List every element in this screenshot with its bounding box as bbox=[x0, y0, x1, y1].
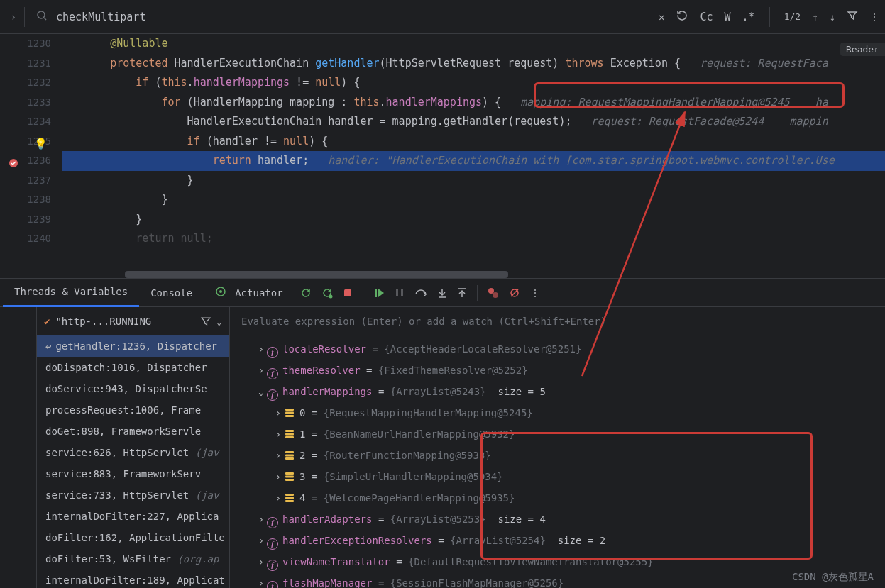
more-icon[interactable]: ⋮ bbox=[869, 11, 879, 23]
svg-rect-16 bbox=[285, 415, 294, 417]
step-out-icon[interactable] bbox=[457, 287, 467, 299]
code-editor[interactable]: Reader 1230 1231 1232 1233 1234 💡1235 12… bbox=[0, 34, 885, 278]
thread-selector[interactable]: "http-...RUNNING bbox=[55, 316, 194, 327]
rerun-icon[interactable] bbox=[300, 287, 312, 299]
chevron-right-icon[interactable]: › bbox=[255, 551, 267, 572]
stack-frame[interactable]: doGet:898, FrameworkServle bbox=[37, 421, 229, 442]
divider bbox=[769, 7, 770, 27]
chevron-down-icon[interactable]: ⌄ bbox=[255, 381, 267, 402]
variable-row[interactable]: ›1 = {BeanNameUrlHandlerMapping@5932} bbox=[230, 423, 885, 445]
field-icon: f bbox=[267, 538, 278, 550]
step-into-icon[interactable] bbox=[437, 287, 447, 299]
stack-frame[interactable]: internalDoFilter:189, Applicat bbox=[37, 570, 229, 588]
variable-row[interactable]: ⌄fhandlerMappings = {ArrayList@5243} siz… bbox=[230, 381, 885, 402]
variable-row[interactable]: ›fhandlerAdapters = {ArrayList@5253} siz… bbox=[230, 509, 885, 530]
variable-row[interactable]: ›0 = {RequestMappingHandlerMapping@5245} bbox=[230, 402, 885, 423]
find-bar: › ✕ Cc W .* 1/2 ↑ ↓ ⋮ bbox=[0, 0, 885, 34]
search-history-icon[interactable] bbox=[676, 9, 688, 24]
words-toggle[interactable]: W bbox=[725, 11, 731, 23]
filter-frames-icon[interactable] bbox=[201, 316, 211, 326]
frames-panel: ✔ "http-...RUNNING ⌄ ↩getHandler:1236, D… bbox=[37, 307, 230, 588]
variable-row[interactable]: ›4 = {WelcomePageHandlerMapping@5935} bbox=[230, 487, 885, 509]
chevron-right-icon[interactable]: › bbox=[273, 402, 284, 423]
field-icon: f bbox=[267, 368, 278, 379]
rerun-modified-icon[interactable] bbox=[321, 287, 333, 299]
tab-threads-variables[interactable]: Threads & Variables bbox=[3, 279, 139, 307]
code-area[interactable]: @Nullable protected HandlerExecutionChai… bbox=[62, 34, 885, 278]
svg-rect-15 bbox=[285, 412, 294, 414]
prev-match-icon[interactable]: ↑ bbox=[812, 11, 818, 23]
chevron-right-icon[interactable]: › bbox=[255, 338, 267, 360]
stack-frame[interactable]: ↩getHandler:1236, Dispatcher bbox=[37, 335, 229, 357]
gutter: 1230 1231 1232 1233 1234 💡1235 1236 1237… bbox=[0, 34, 62, 278]
search-icon[interactable] bbox=[36, 10, 48, 23]
frames-dropdown-icon[interactable]: ⌄ bbox=[216, 316, 222, 327]
evaluate-expression-input[interactable]: Evaluate expression (Enter) or add a wat… bbox=[230, 307, 885, 335]
variable-row[interactable]: ›2 = {RouterFunctionMapping@5933} bbox=[230, 445, 885, 466]
variable-row[interactable]: ›fflashMapManager = {SessionFlashMapMana… bbox=[230, 572, 885, 588]
breakpoint-icon[interactable] bbox=[9, 155, 18, 165]
stack-frame[interactable]: service:733, HttpServlet (jav bbox=[37, 484, 229, 506]
frames-list[interactable]: ↩getHandler:1236, DispatcherdoDispatch:1… bbox=[37, 335, 229, 588]
inline-hint: request: RequestFaca bbox=[700, 57, 828, 70]
mute-breakpoints-icon[interactable] bbox=[509, 287, 520, 299]
chevron-right-icon[interactable]: › bbox=[273, 445, 284, 466]
chevron-right-icon[interactable]: › bbox=[273, 487, 284, 509]
chevron-right-icon[interactable]: › bbox=[255, 530, 267, 551]
filter-icon[interactable] bbox=[847, 10, 858, 23]
svg-rect-19 bbox=[285, 436, 294, 438]
line-number: 1234 bbox=[0, 112, 51, 132]
tab-console[interactable]: Console bbox=[139, 279, 204, 307]
chevron-right-icon[interactable]: › bbox=[255, 509, 267, 530]
pause-icon[interactable] bbox=[395, 288, 405, 298]
debug-toolbar: ⋮ bbox=[300, 285, 540, 301]
debug-side-strip bbox=[0, 307, 37, 588]
stack-frame[interactable]: doDispatch:1016, Dispatcher bbox=[37, 357, 229, 378]
view-breakpoints-icon[interactable] bbox=[488, 287, 499, 299]
stack-frame[interactable]: service:626, HttpServlet (jav bbox=[37, 442, 229, 463]
svg-point-11 bbox=[493, 292, 498, 298]
stack-frame[interactable]: doFilter:162, ApplicationFilte bbox=[37, 527, 229, 548]
more-debug-icon[interactable]: ⋮ bbox=[530, 287, 540, 299]
resume-icon[interactable] bbox=[373, 287, 385, 299]
stop-icon[interactable] bbox=[343, 288, 353, 298]
chevron-right-icon[interactable]: › bbox=[273, 466, 284, 487]
horizontal-scrollbar[interactable] bbox=[125, 271, 885, 278]
expand-find-icon[interactable]: › bbox=[6, 11, 21, 23]
line-number: 1230 bbox=[0, 34, 51, 54]
variable-row[interactable]: ›fhandlerExceptionResolvers = {ArrayList… bbox=[230, 530, 885, 551]
line-number: 1237 bbox=[0, 171, 51, 191]
variables-tree[interactable]: ›flocaleResolver = {AcceptHeaderLocaleRe… bbox=[230, 335, 885, 588]
variable-row[interactable]: ›fviewNameTranslator = {DefaultRequestTo… bbox=[230, 551, 885, 572]
stack-frame[interactable]: service:883, FrameworkServ bbox=[37, 463, 229, 484]
match-case-toggle[interactable]: Cc bbox=[700, 11, 713, 23]
svg-rect-7 bbox=[375, 289, 377, 297]
chevron-right-icon[interactable]: › bbox=[255, 360, 267, 381]
search-input[interactable] bbox=[56, 11, 454, 23]
array-element-icon bbox=[284, 407, 295, 418]
svg-rect-22 bbox=[285, 457, 294, 460]
debug-panel: Threads & Variables Console Actuator ⋮ bbox=[0, 278, 885, 588]
svg-point-5 bbox=[329, 294, 332, 298]
stack-frame[interactable]: processRequest:1006, Frame bbox=[37, 399, 229, 421]
variable-row[interactable]: ›fthemeResolver = {FixedThemeResolver@52… bbox=[230, 360, 885, 381]
svg-rect-24 bbox=[285, 476, 294, 478]
chevron-right-icon[interactable]: › bbox=[273, 423, 284, 445]
variable-row[interactable]: ›3 = {SimpleUrlHandlerMapping@5934} bbox=[230, 466, 885, 487]
clear-search-icon[interactable]: ✕ bbox=[659, 11, 664, 23]
svg-point-0 bbox=[38, 11, 45, 18]
reset-frame-icon[interactable]: ↩ bbox=[45, 340, 51, 352]
inline-hint: mapping: RequestMappingHandlerMapping@52… bbox=[520, 96, 789, 109]
chevron-right-icon[interactable]: › bbox=[255, 572, 267, 588]
variable-row[interactable]: ›flocaleResolver = {AcceptHeaderLocaleRe… bbox=[230, 338, 885, 360]
svg-rect-28 bbox=[285, 500, 294, 502]
step-over-icon[interactable] bbox=[414, 287, 427, 299]
svg-point-4 bbox=[219, 290, 222, 293]
stack-frame[interactable]: doFilter:53, WsFilter (org.ap bbox=[37, 548, 229, 570]
tab-actuator[interactable]: Actuator bbox=[204, 279, 294, 307]
next-match-icon[interactable]: ↓ bbox=[830, 11, 835, 23]
array-element-icon bbox=[284, 450, 295, 461]
regex-toggle[interactable]: .* bbox=[742, 11, 755, 23]
stack-frame[interactable]: doService:943, DispatcherSe bbox=[37, 378, 229, 399]
stack-frame[interactable]: internalDoFilter:227, Applica bbox=[37, 506, 229, 527]
